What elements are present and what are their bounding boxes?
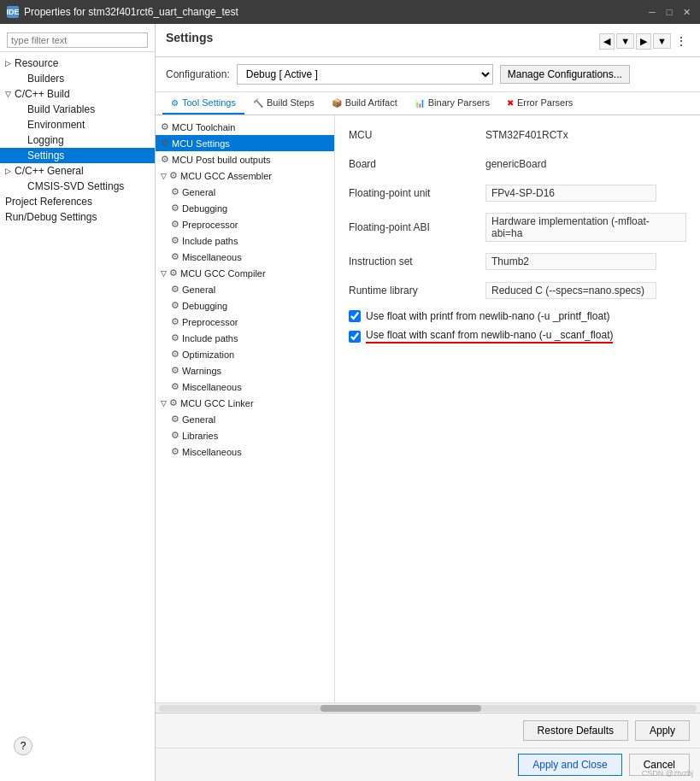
tree-label-comp-debugging: Debugging [182, 301, 227, 311]
close-button[interactable]: ✕ [679, 5, 693, 19]
gear-icon-asm-gen: ⚙ [171, 186, 179, 197]
tab-tool-settings[interactable]: ⚙ Tool Settings [162, 92, 244, 115]
gear-icon-asm-debug: ⚙ [171, 203, 179, 214]
sidebar-item-builders[interactable]: Builders [0, 71, 155, 86]
sidebar: ▷ Resource Builders ▽ C/C++ Build Build … [0, 24, 156, 781]
tree-comp-warnings[interactable]: ⚙ Warnings [156, 362, 334, 379]
sidebar-item-cmsis-svd[interactable]: CMSIS-SVD Settings [0, 179, 155, 194]
apply-button[interactable]: Apply [635, 720, 690, 741]
sidebar-item-project-refs[interactable]: Project References [0, 194, 155, 209]
tool-tree: ⚙ MCU Toolchain ⚙ MCU Settings ⚙ MCU Pos… [156, 115, 335, 702]
tab-build-artifact[interactable]: 📦 Build Artifact [323, 92, 406, 115]
gear-icon-link-lib: ⚙ [171, 430, 179, 441]
expand-arrow-cpp: ▽ [5, 90, 11, 98]
tree-comp-preprocessor[interactable]: ⚙ Preprocessor [156, 314, 334, 330]
tree-link-libraries[interactable]: ⚙ Libraries [156, 427, 334, 443]
value-fabi: Hardware implementation (-mfloat-abi=ha [485, 213, 686, 242]
tree-comp-debugging[interactable]: ⚙ Debugging [156, 297, 334, 314]
header-top-row: Settings ◀ ▼ ▶ ▼ ⋮ [166, 31, 690, 51]
tree-label-link-miscellaneous: Miscellaneous [182, 447, 242, 457]
manage-configurations-button[interactable]: Manage Configurations... [500, 65, 630, 84]
gear-icon-comp-debug: ⚙ [171, 300, 179, 311]
title-bar: IDE Properties for stm32f401rct6_uart_ch… [0, 0, 700, 24]
label-board: Board [349, 158, 485, 170]
tree-link-general[interactable]: ⚙ General [156, 411, 334, 427]
label-fpu: Floating-point unit [349, 187, 485, 199]
tree-link-miscellaneous[interactable]: ⚙ Miscellaneous [156, 443, 334, 460]
tree-label-asm-preprocessor: Preprocessor [182, 220, 238, 230]
restore-apply-row: Restore Defaults Apply [156, 713, 700, 748]
nav-dropdown-back[interactable]: ▼ [616, 33, 634, 49]
sidebar-item-build-variables[interactable]: Build Variables [0, 102, 155, 117]
tab-tool-settings-label: Tool Settings [182, 97, 236, 108]
expand-linker: ▽ [161, 399, 167, 408]
binary-parsers-icon: 📊 [415, 98, 425, 108]
nav-forward-button[interactable]: ▶ [636, 33, 651, 50]
tree-asm-debugging[interactable]: ⚙ Debugging [156, 200, 334, 216]
value-instr: Thumb2 [485, 253, 656, 270]
tree-label-asm-debugging: Debugging [182, 203, 227, 214]
sidebar-label-environment: Environment [27, 119, 85, 131]
sidebar-item-cpp-build[interactable]: ▽ C/C++ Build [0, 86, 155, 102]
tab-build-steps[interactable]: 🔨 Build Steps [244, 92, 323, 115]
gear-icon-asm-prep: ⚙ [171, 219, 179, 230]
tree-comp-general[interactable]: ⚙ General [156, 281, 334, 297]
main-container: ▷ Resource Builders ▽ C/C++ Build Build … [0, 24, 700, 781]
filter-input[interactable] [7, 32, 148, 48]
tree-comp-include-paths[interactable]: ⚙ Include paths [156, 330, 334, 346]
tree-asm-general[interactable]: ⚙ General [156, 184, 334, 200]
content-area: Settings ◀ ▼ ▶ ▼ ⋮ Configuration: Debug … [156, 24, 700, 781]
tree-label-comp-preprocessor: Preprocessor [182, 317, 238, 327]
tree-mcu-gcc-compiler[interactable]: ▽ ⚙ MCU GCC Compiler [156, 265, 334, 281]
settings-title: Settings [166, 31, 213, 44]
tree-mcu-toolchain[interactable]: ⚙ MCU Toolchain [156, 119, 334, 135]
tree-label-comp-optimization: Optimization [182, 349, 234, 360]
tree-label-mcu-gcc-compiler: MCU GCC Compiler [180, 268, 266, 279]
error-parsers-icon: ✖ [507, 98, 514, 108]
gear-icon-comp-misc: ⚙ [171, 381, 179, 392]
tree-comp-miscellaneous[interactable]: ⚙ Miscellaneous [156, 379, 334, 395]
minimize-button[interactable]: ─ [645, 5, 659, 19]
tree-mcu-settings[interactable]: ⚙ MCU Settings [156, 135, 334, 151]
window-controls: ─ □ ✕ [645, 5, 693, 19]
maximize-button[interactable]: □ [662, 5, 676, 19]
horizontal-scrollbar-area [156, 702, 700, 713]
tree-mcu-gcc-assembler[interactable]: ▽ ⚙ MCU GCC Assembler [156, 167, 334, 184]
checkbox-scanf-float[interactable] [349, 331, 361, 343]
expand-arrow-cpp-general: ▷ [5, 167, 11, 175]
nav-back-button[interactable]: ◀ [599, 33, 615, 50]
build-steps-icon: 🔨 [253, 98, 263, 108]
expand-arrow-resource: ▷ [5, 59, 11, 68]
more-options-button[interactable]: ⋮ [673, 33, 690, 49]
tree-asm-preprocessor[interactable]: ⚙ Preprocessor [156, 216, 334, 232]
tree-comp-optimization[interactable]: ⚙ Optimization [156, 346, 334, 362]
sidebar-label-build-variables: Build Variables [27, 103, 95, 115]
tab-error-parsers-label: Error Parsers [517, 97, 573, 108]
sidebar-item-environment[interactable]: Environment [0, 117, 155, 132]
sidebar-item-settings[interactable]: Settings [0, 148, 155, 163]
tree-label-asm-miscellaneous: Miscellaneous [182, 252, 242, 262]
tree-asm-miscellaneous[interactable]: ⚙ Miscellaneous [156, 249, 334, 265]
checkbox-row-printf: Use float with printf from newlib-nano (… [349, 310, 686, 322]
tree-asm-include-paths[interactable]: ⚙ Include paths [156, 232, 334, 249]
label-fabi: Floating-point ABI [349, 221, 485, 233]
tree-mcu-gcc-linker[interactable]: ▽ ⚙ MCU GCC Linker [156, 395, 334, 411]
gear-icon-toolchain: ⚙ [161, 121, 169, 132]
tree-label-mcu-post-build: MCU Post build outputs [172, 155, 271, 165]
checkbox-printf-float[interactable] [349, 310, 361, 322]
sidebar-item-cpp-general[interactable]: ▷ C/C++ General [0, 163, 155, 179]
tab-error-parsers[interactable]: ✖ Error Parsers [498, 92, 581, 115]
restore-defaults-button[interactable]: Restore Defaults [523, 720, 628, 741]
tree-mcu-post-build[interactable]: ⚙ MCU Post build outputs [156, 151, 334, 167]
sidebar-item-logging[interactable]: Logging [0, 132, 155, 148]
sidebar-item-resource[interactable]: ▷ Resource [0, 56, 155, 71]
sidebar-item-run-debug[interactable]: Run/Debug Settings [0, 209, 155, 225]
label-runtime: Runtime library [349, 285, 485, 297]
help-button[interactable]: ? [14, 737, 32, 755]
configuration-select[interactable]: Debug [ Active ] [237, 64, 493, 85]
horizontal-scrollbar[interactable] [159, 705, 697, 712]
apply-and-close-button[interactable]: Apply and Close [518, 754, 621, 776]
tab-binary-parsers[interactable]: 📊 Binary Parsers [406, 92, 498, 115]
nav-dropdown-forward[interactable]: ▼ [653, 33, 671, 49]
gear-icon-linker: ⚙ [169, 397, 178, 408]
